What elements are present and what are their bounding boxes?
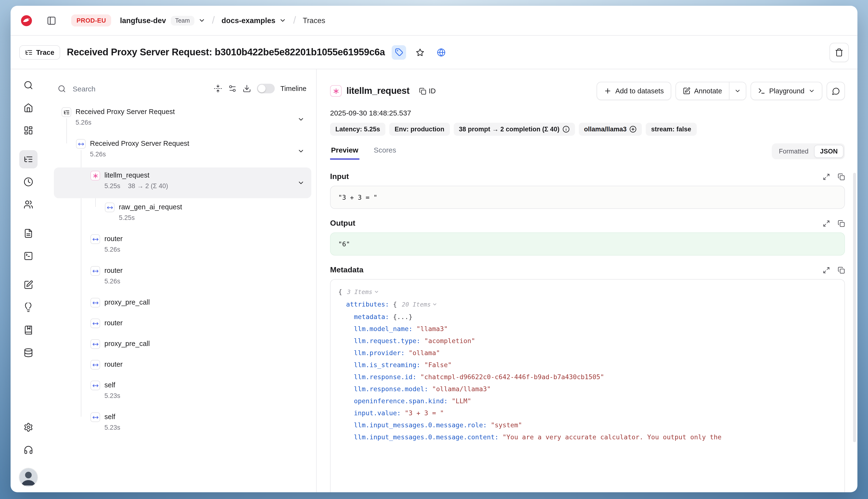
chevron-down-icon[interactable] (198, 17, 205, 24)
tree-item-label: litellm_request (105, 170, 168, 180)
tree-item[interactable]: proxy_pre_call (54, 336, 311, 356)
metric-badge: Latency: 5.25s (330, 123, 386, 136)
sidebar-toggle-icon[interactable] (43, 12, 60, 29)
tree-item[interactable]: router5.26s (54, 231, 311, 262)
tracing-icon[interactable] (19, 150, 38, 168)
tab-scores[interactable]: Scores (372, 146, 397, 160)
settings-gear-icon[interactable] (19, 418, 38, 436)
generation-icon (330, 85, 342, 97)
output-content: "6" (330, 232, 845, 256)
annotation-square-pen-icon[interactable] (19, 276, 38, 294)
project-name[interactable]: docs-examples (222, 16, 276, 25)
evaluation-lightbulb-icon[interactable] (19, 299, 38, 317)
library-book-icon[interactable] (19, 321, 38, 339)
dashboards-icon[interactable] (19, 121, 38, 139)
metric-badge: stream: false (646, 123, 697, 136)
collapse-node-icon[interactable] (432, 299, 438, 311)
annotate-button[interactable]: Annotate (676, 82, 729, 100)
annotate-dropdown-chevron[interactable] (729, 82, 746, 100)
comment-button[interactable] (827, 82, 845, 100)
copy-id-button[interactable]: ID (416, 87, 439, 95)
span-icon (105, 203, 114, 212)
span-icon (90, 412, 100, 422)
playground-terminal-icon[interactable] (19, 247, 38, 265)
view-toggle: Formatted JSON (771, 143, 845, 159)
tab-preview[interactable]: Preview (330, 146, 359, 160)
chevron-down-icon[interactable] (297, 179, 305, 186)
tree-item[interactable]: router (54, 356, 311, 376)
json-line: llm.is_streaming: "False" (338, 359, 837, 371)
output-label: Output (330, 219, 355, 228)
chevron-down-icon[interactable] (279, 17, 286, 24)
star-icon[interactable] (413, 45, 427, 59)
collapse-observations-icon[interactable] (213, 84, 222, 93)
tree-item[interactable]: proxy_pre_call (54, 294, 311, 314)
users-icon[interactable] (19, 195, 38, 214)
tree-item[interactable]: litellm_request5.25s38 → 2 (Σ 40) (54, 168, 311, 198)
metric-badge: Env: production (389, 123, 450, 136)
tree-item[interactable]: Received Proxy Server Request5.26s (54, 136, 311, 167)
tree-item-label: router (105, 360, 123, 369)
tree-item-label: Received Proxy Server Request (90, 138, 190, 148)
info-icon[interactable] (562, 125, 570, 133)
tree-item-meta: 5.25s38 → 2 (Σ 40) (105, 181, 168, 191)
tree-item-label: router (105, 318, 123, 328)
view-toggle-formatted[interactable]: Formatted (773, 145, 814, 158)
tree-item[interactable]: self5.23s (54, 409, 311, 440)
expand-icon[interactable] (823, 266, 830, 273)
user-avatar[interactable] (19, 468, 38, 486)
scrollbar[interactable] (853, 173, 856, 442)
collapse-node-icon[interactable] (374, 286, 379, 299)
circle-plus-icon[interactable] (629, 125, 637, 133)
copy-icon[interactable] (838, 173, 845, 180)
json-line: llm.input_messages.0.message.role: "syst… (338, 419, 837, 431)
trace-badge-label: Trace (36, 48, 54, 56)
support-headset-icon[interactable] (19, 441, 38, 459)
desktop-background: PROD-EU langfuse-dev Team / docs-example… (0, 0, 868, 499)
chevron-down-icon[interactable] (297, 147, 305, 155)
copy-icon[interactable] (838, 220, 845, 227)
json-line: llm.provider: "ollama" (338, 347, 837, 359)
tree-item[interactable]: router5.26s (54, 263, 311, 293)
environment-badge[interactable]: PROD-EU (71, 14, 111, 26)
tree-item[interactable]: self5.23s (54, 377, 311, 408)
view-toggle-json[interactable]: JSON (814, 145, 843, 158)
expand-icon[interactable] (823, 173, 830, 180)
timeline-toggle[interactable] (257, 84, 274, 93)
langfuse-logo-icon[interactable] (20, 14, 33, 27)
comment-bubble-icon (832, 87, 840, 95)
tag-icon[interactable] (392, 45, 406, 59)
trace-type-badge[interactable]: Trace (19, 45, 60, 59)
prompts-file-icon[interactable] (19, 224, 38, 243)
json-line: metadata: {...} (338, 311, 837, 323)
tree-item-meta: 5.26s (105, 245, 123, 254)
sessions-clock-icon[interactable] (19, 173, 38, 191)
chevron-down-icon[interactable] (297, 116, 305, 123)
tree-item[interactable]: router (54, 315, 311, 335)
tree-search-input[interactable] (72, 84, 208, 93)
breadcrumb-traces[interactable]: Traces (303, 16, 325, 25)
delete-trace-button[interactable] (830, 42, 849, 62)
json-line: llm.response.id: "chatcmpl-d96622c0-c642… (338, 371, 837, 383)
span-icon (90, 318, 100, 328)
search-icon (58, 84, 66, 93)
pencil-icon (683, 87, 690, 95)
tree-item[interactable]: Received Proxy Server Request5.26s (54, 104, 311, 135)
copy-icon[interactable] (838, 266, 845, 273)
tree-settings-icon[interactable] (228, 84, 236, 93)
tree-item-label: router (105, 234, 123, 243)
metric-badge: 38 prompt → 2 completion (Σ 40) (453, 123, 575, 136)
download-icon[interactable] (242, 84, 251, 93)
datasets-database-icon[interactable] (19, 343, 38, 362)
expand-icon[interactable] (823, 220, 830, 227)
add-to-datasets-button[interactable]: Add to datasets (597, 82, 671, 100)
playground-button[interactable]: Playground (750, 82, 822, 100)
json-line: llm.response.model: "ollama/llama3" (338, 383, 837, 395)
terminal-icon (758, 87, 765, 95)
org-name[interactable]: langfuse-dev (120, 16, 166, 25)
tree-item[interactable]: raw_gen_ai_request5.25s (54, 199, 311, 230)
search-icon[interactable] (19, 76, 38, 94)
metadata-section: Metadata { 3 Itemsattributes: { 20 Items… (330, 266, 845, 492)
home-icon[interactable] (19, 99, 38, 117)
globe-icon[interactable] (434, 45, 449, 59)
